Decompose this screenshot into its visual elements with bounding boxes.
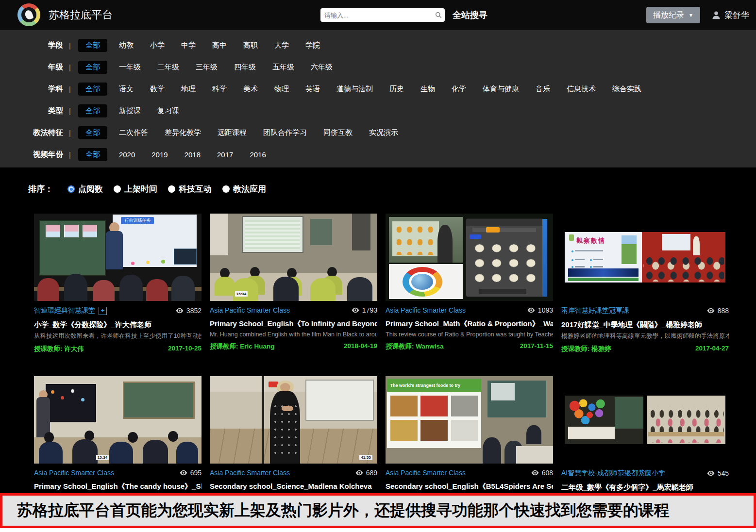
video-thumbnail[interactable]: 行前训练任务 — [34, 214, 202, 301]
filter-option[interactable]: 音乐 — [536, 84, 550, 94]
filter-option[interactable]: 六年级 — [311, 63, 333, 72]
channel-link[interactable]: Asia Pacific Smarter Class — [386, 306, 466, 314]
site-search-label[interactable]: 全站搜寻 — [453, 0, 487, 30]
filter-option[interactable]: 高中 — [212, 41, 227, 50]
video-title[interactable]: Primary School_Math《Ratio & Proportion》_… — [386, 319, 553, 329]
video-title[interactable]: Primary School_English《To Infinity and B… — [210, 319, 377, 329]
filter-option[interactable]: 2019 — [151, 150, 168, 159]
filter-option[interactable]: 高职 — [243, 41, 258, 50]
filter-option[interactable]: 全部 — [78, 148, 107, 161]
filter-row: 学段|全部幼教小学中学高中高职大学学院 — [0, 38, 756, 52]
radio-icon[interactable] — [168, 185, 175, 193]
sort-option[interactable]: 教法应用 — [222, 183, 266, 195]
filter-option[interactable]: 道德与法制 — [336, 84, 373, 94]
search-input[interactable] — [320, 12, 432, 19]
view-count-number: 689 — [366, 469, 377, 477]
filter-option[interactable]: 信息技术 — [567, 84, 596, 94]
filter-option[interactable]: 全部 — [78, 83, 107, 96]
search-icon[interactable] — [432, 12, 445, 18]
video-title[interactable]: Secondary school_Science_Madlena Kolchev… — [210, 482, 377, 490]
sort-option[interactable]: 点阅数 — [67, 183, 103, 195]
video-thumbnail[interactable] — [386, 214, 553, 301]
filter-option[interactable]: 全部 — [78, 126, 107, 139]
filter-option[interactable]: 新授课 — [119, 106, 141, 116]
channel-link[interactable]: AI智慧学校-成都师范银都紫藤小学 — [561, 469, 665, 478]
filter-option[interactable]: 美术 — [243, 84, 258, 94]
eye-icon — [355, 470, 363, 476]
decoration — [176, 308, 184, 314]
filter-option[interactable]: 五年级 — [272, 63, 294, 72]
filter-option[interactable]: 一年级 — [119, 63, 141, 72]
filter-option[interactable]: 全部 — [78, 61, 107, 74]
view-count: 695 — [180, 469, 202, 477]
sort-option[interactable]: 科技互动 — [168, 183, 212, 195]
filter-option[interactable]: 差异化教学 — [165, 128, 201, 137]
video-thumbnail[interactable]: 觀察敵情 — [561, 214, 729, 301]
filter-option[interactable]: 大学 — [274, 41, 289, 50]
filter-option[interactable]: 英语 — [305, 84, 320, 94]
eye-icon — [531, 470, 539, 476]
filter-option[interactable]: 地理 — [181, 84, 196, 94]
radio-selected-icon[interactable] — [67, 185, 75, 193]
filter-option[interactable]: 2018 — [185, 150, 201, 159]
radio-icon[interactable] — [222, 185, 230, 193]
duration-badge: 15:34 — [96, 455, 109, 460]
filter-option[interactable]: 全部 — [78, 39, 107, 52]
view-count-number: 1793 — [362, 306, 377, 314]
radio-icon[interactable] — [114, 185, 121, 193]
user-menu[interactable]: 梁舒华 — [712, 0, 749, 30]
channel-link[interactable]: Asia Pacific Smarter Class — [210, 469, 290, 477]
video-title[interactable]: 小学_数学《分数探险》_许大伟老师 — [34, 320, 202, 330]
filter-option[interactable]: 化学 — [452, 84, 466, 94]
video-thumbnail[interactable]: 15:34 — [34, 376, 202, 464]
video-title[interactable]: 二年级_數學《有多少個字》_馬宏韜老師 — [561, 483, 729, 492]
filter-option[interactable]: 二次作答 — [119, 128, 148, 137]
decoration — [542, 219, 547, 297]
video-thumbnail[interactable]: 15:34 — [210, 214, 377, 301]
filter-option[interactable]: 数学 — [150, 84, 165, 94]
decoration — [411, 274, 433, 290]
filter-option[interactable]: 三年级 — [196, 63, 218, 72]
channel-link[interactable]: Asia Pacific Smarter Class — [386, 469, 466, 477]
channel-link[interactable]: Asia Pacific Smarter Class — [210, 306, 290, 314]
video-title[interactable]: Primary School_English《The candy house》_… — [34, 482, 202, 491]
decoration — [390, 420, 417, 441]
filter-option[interactable]: 学院 — [305, 41, 320, 50]
play-history-button[interactable]: 播放纪录 ▼ — [646, 7, 700, 23]
filter-option[interactable]: 2020 — [119, 150, 135, 159]
filter-option[interactable]: 实况演示 — [369, 128, 398, 137]
sort-option[interactable]: 上架时间 — [114, 183, 157, 195]
filter-option[interactable]: 同侪互教 — [323, 128, 353, 137]
filter-option[interactable]: 综合实践 — [612, 84, 641, 94]
filter-option[interactable]: 四年级 — [234, 63, 256, 72]
filter-option[interactable]: 2017 — [217, 150, 233, 159]
slide-title: The world's strangest foods to try — [387, 383, 460, 388]
video-thumbnail[interactable]: The world's strangest foods to try — [386, 376, 553, 464]
filter-option[interactable]: 团队合作学习 — [263, 128, 307, 137]
filter-option[interactable]: 二年级 — [157, 63, 179, 72]
filter-option[interactable]: 历史 — [389, 84, 404, 94]
filter-option[interactable]: 生物 — [420, 84, 435, 94]
video-thumbnail[interactable] — [561, 376, 729, 464]
filter-option[interactable]: 复习课 — [157, 106, 179, 116]
platform-logo-icon[interactable] — [17, 3, 40, 26]
video-thumbnail[interactable]: 41:55 — [210, 376, 377, 464]
channel-link[interactable]: 兩岸智慧好課堂冠軍課 — [561, 306, 629, 315]
video-title[interactable]: 2017好課堂_中學地理《關隘》_楊雅婷老師 — [561, 320, 729, 330]
filter-option[interactable]: 全部 — [78, 104, 107, 117]
play-history-label: 播放纪录 — [653, 10, 684, 20]
channel-link[interactable]: Asia Pacific Smarter Class — [34, 469, 114, 477]
channel-link[interactable]: 智連環經典智慧課堂 — [34, 306, 95, 315]
video-card: 41:55Asia Pacific Smarter Class689Second… — [210, 376, 377, 512]
filter-option[interactable]: 物理 — [274, 84, 289, 94]
video-title[interactable]: Secondary school_English《B5L4Spiders Are… — [386, 482, 553, 491]
filter-option[interactable]: 体育与健康 — [483, 84, 519, 94]
filter-option[interactable]: 中学 — [181, 41, 196, 50]
filter-option[interactable]: 2016 — [250, 150, 266, 159]
filter-option[interactable]: 幼教 — [119, 41, 134, 50]
filter-option[interactable]: 小学 — [150, 41, 165, 50]
filter-option[interactable]: 科学 — [212, 84, 227, 94]
plus-icon[interactable]: + — [99, 307, 107, 315]
filter-option[interactable]: 语文 — [119, 84, 134, 94]
filter-option[interactable]: 远距课程 — [218, 128, 247, 137]
